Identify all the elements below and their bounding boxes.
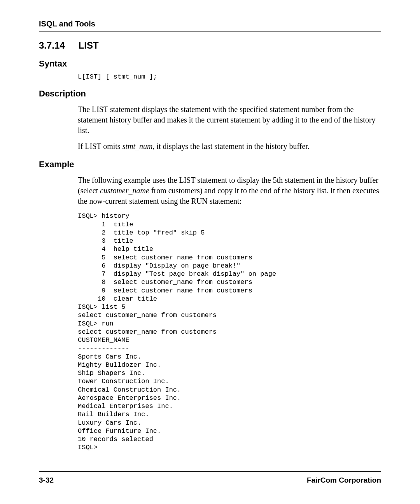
company-name: FairCom Corporation — [307, 476, 381, 485]
footer: 3-32 FairCom Corporation — [39, 471, 381, 485]
header-rule — [39, 31, 381, 32]
footer-rule — [39, 471, 381, 472]
page: ISQL and Tools 3.7.14 LIST Syntax L[IST]… — [0, 0, 420, 504]
description-para-1: The LIST statement displays the statemen… — [78, 104, 381, 136]
example-heading: Example — [39, 159, 381, 170]
description-heading: Description — [39, 89, 381, 99]
section-title: 3.7.14 LIST — [39, 40, 381, 51]
syntax-heading: Syntax — [39, 59, 381, 69]
desc-p2-em: stmt_num — [122, 142, 153, 150]
section-title-text: LIST — [79, 40, 99, 51]
running-header: ISQL and Tools — [39, 19, 381, 28]
page-number: 3-32 — [39, 476, 54, 485]
description-para-2: If LIST omits stmt_num, it displays the … — [78, 141, 381, 152]
description-body: The LIST statement displays the statemen… — [78, 104, 381, 152]
desc-p2-pre: If LIST omits — [78, 142, 122, 150]
syntax-code: L[IST] [ stmt_num ]; — [78, 73, 381, 81]
example-code: ISQL> history 1 title 2 title top "fred"… — [78, 212, 381, 452]
example-intro-para: The following example uses the LIST stat… — [78, 175, 381, 206]
section-number: 3.7.14 — [39, 40, 76, 51]
desc-p2-post: , it displays the last statement in the … — [152, 142, 309, 150]
example-intro-em: customer_name — [100, 186, 149, 195]
footer-line: 3-32 FairCom Corporation — [39, 476, 381, 485]
example-intro: The following example uses the LIST stat… — [78, 175, 381, 206]
